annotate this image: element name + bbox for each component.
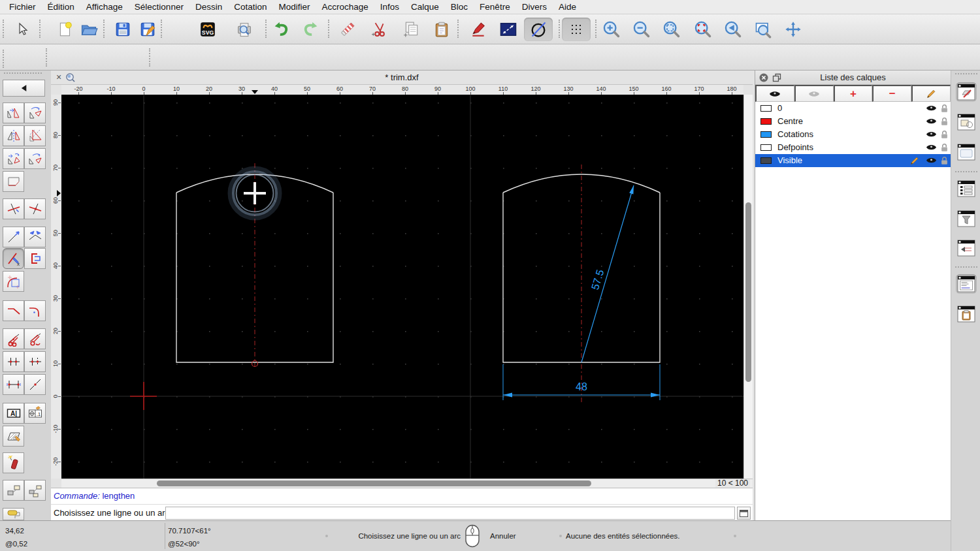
- divide-distance-tool[interactable]: [3, 374, 24, 395]
- menu-accrochage[interactable]: Accrochage: [321, 2, 368, 12]
- revert-direction-tool[interactable]: [24, 227, 46, 247]
- select-pointer-button[interactable]: [10, 18, 34, 41]
- show-all-layers-button[interactable]: [755, 85, 794, 102]
- menu-aide[interactable]: Aide: [559, 2, 576, 12]
- zoom-auto-button[interactable]: [660, 18, 683, 41]
- menu-bloc[interactable]: Bloc: [451, 2, 468, 12]
- scale-tool[interactable]: [24, 125, 46, 146]
- trim-tool[interactable]: [3, 198, 24, 219]
- layer-row[interactable]: Cotations: [755, 128, 951, 141]
- hide-all-layers-button[interactable]: [794, 85, 834, 102]
- vertical-scrollbar-thumb[interactable]: [745, 202, 751, 382]
- paint-tool[interactable]: [3, 508, 24, 520]
- layer-list-dock-toggle[interactable]: [956, 82, 977, 102]
- vertical-scrollbar[interactable]: [743, 95, 753, 479]
- menu-divers[interactable]: Divers: [522, 2, 547, 12]
- command-widget-dock-toggle[interactable]: [956, 274, 977, 294]
- open-document-button[interactable]: [77, 18, 101, 41]
- toolbar-handle[interactable]: [3, 20, 4, 38]
- cut-tool[interactable]: [3, 328, 24, 349]
- explode-tool[interactable]: [24, 248, 46, 269]
- palette-back-button[interactable]: [3, 80, 45, 97]
- menu-affichage[interactable]: Affichage: [86, 2, 123, 12]
- save-as-button[interactable]: [136, 18, 159, 41]
- layer-color-swatch[interactable]: [760, 157, 772, 164]
- offset-tool[interactable]: [3, 227, 24, 247]
- menu-fenetre[interactable]: Fenêtre: [480, 2, 510, 12]
- zoom-in-button[interactable]: [600, 18, 623, 41]
- divide-two-tool[interactable]: [24, 351, 46, 372]
- cut-two-tool[interactable]: [24, 328, 46, 349]
- layer-lock-icon[interactable]: [941, 143, 948, 152]
- layer-row[interactable]: Defpoints: [755, 141, 951, 154]
- layer-visibility-icon[interactable]: [926, 144, 937, 151]
- zoom-pan-button[interactable]: [781, 18, 805, 41]
- export-svg-button[interactable]: SVG: [196, 18, 220, 41]
- layer-edit-icon[interactable]: [910, 156, 919, 165]
- menu-selectionner[interactable]: Sélectionner: [135, 2, 184, 12]
- options-handle[interactable]: [3, 50, 4, 68]
- delete-tool[interactable]: [3, 452, 24, 473]
- redo-button[interactable]: [299, 18, 323, 41]
- command-dock-button[interactable]: [737, 507, 751, 520]
- menu-infos[interactable]: Infos: [380, 2, 399, 12]
- snap-free-button[interactable]: [524, 18, 553, 41]
- menu-edition[interactable]: Édition: [48, 2, 74, 12]
- horizontal-scrollbar-thumb[interactable]: [157, 480, 591, 486]
- entity-list-dock-toggle[interactable]: [956, 179, 977, 198]
- measure-distance-button[interactable]: [497, 18, 520, 41]
- layer-row[interactable]: Visible: [755, 154, 951, 167]
- hatch-tool[interactable]: [3, 426, 24, 447]
- mirror-tool[interactable]: [3, 125, 24, 146]
- new-document-button[interactable]: [54, 18, 77, 41]
- erase-button[interactable]: [336, 18, 359, 41]
- menu-calque[interactable]: Calque: [411, 2, 439, 12]
- add-layer-button[interactable]: +: [834, 85, 873, 102]
- remove-layer-button[interactable]: −: [872, 85, 911, 102]
- rotate-two-tool[interactable]: [24, 148, 46, 169]
- layer-row[interactable]: 0: [755, 102, 951, 115]
- layer-lock-icon[interactable]: [941, 104, 948, 113]
- menu-modifier[interactable]: Modifier: [278, 2, 310, 12]
- edit-layer-button[interactable]: [911, 85, 951, 102]
- layer-color-swatch[interactable]: [760, 131, 772, 138]
- split-tool[interactable]: [24, 374, 46, 395]
- lengthen-tool[interactable]: x: [3, 248, 24, 269]
- menu-fichier[interactable]: Fichier: [9, 2, 36, 12]
- print-preview-button[interactable]: [233, 18, 256, 41]
- grid-toggle-button[interactable]: [562, 18, 591, 41]
- layer-visibility-icon[interactable]: [926, 131, 937, 138]
- round-corner-tool[interactable]: [24, 300, 46, 321]
- drawing-canvas[interactable]: 57.5 48: [61, 95, 743, 479]
- layer-row[interactable]: Centre: [755, 115, 951, 128]
- attributes-tool[interactable]: .1: [24, 403, 46, 424]
- copy-button[interactable]: [400, 18, 423, 41]
- move-rotate-tool[interactable]: [3, 148, 24, 169]
- block-list-dock-toggle[interactable]: [956, 112, 977, 132]
- layer-lock-icon[interactable]: [941, 130, 948, 139]
- layer-visibility-icon[interactable]: [926, 118, 937, 125]
- text-edit-tool[interactable]: A|: [3, 403, 24, 424]
- dock-handle[interactable]: [955, 73, 977, 74]
- trim-two-tool[interactable]: [24, 198, 46, 219]
- horizontal-scrollbar[interactable]: 10 < 100: [61, 479, 753, 488]
- library-browser-dock-toggle[interactable]: [956, 142, 977, 162]
- layer-color-swatch[interactable]: [760, 144, 772, 151]
- edit-block-tool[interactable]: [3, 480, 24, 501]
- palette-handle[interactable]: [4, 72, 42, 74]
- pen-palette-dock-toggle[interactable]: [956, 238, 977, 258]
- stretch-tool[interactable]: [3, 171, 24, 192]
- bevel-corner-tool[interactable]: [3, 300, 24, 321]
- command-input[interactable]: [165, 507, 735, 520]
- layer-lock-icon[interactable]: [941, 117, 948, 126]
- save-button[interactable]: [111, 18, 135, 41]
- pen-edit-button[interactable]: [466, 18, 490, 41]
- zoom-back-button[interactable]: [721, 18, 745, 41]
- divide-tool[interactable]: [3, 351, 24, 372]
- layer-lock-icon[interactable]: [941, 156, 948, 165]
- zoom-previous-button[interactable]: [691, 18, 715, 41]
- zoom-out-button[interactable]: [630, 18, 653, 41]
- zoom-window-button[interactable]: [751, 18, 775, 41]
- paste-button[interactable]: [430, 18, 453, 41]
- layer-visibility-icon[interactable]: [926, 157, 937, 164]
